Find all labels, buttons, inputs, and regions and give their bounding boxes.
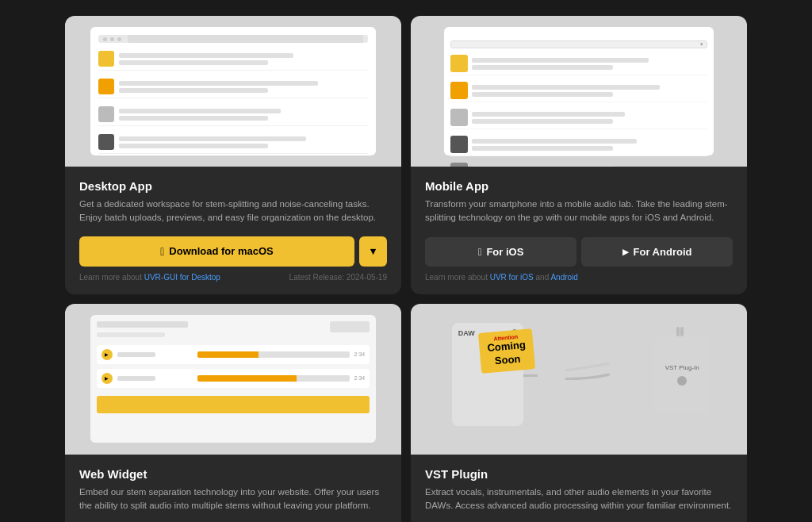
web-widget-desc: Embed our stem separation technology int… bbox=[79, 486, 387, 513]
desktop-app-footer: Learn more about UVR-GUI for Desktop Lat… bbox=[79, 273, 387, 282]
desktop-footer-left: Learn more about UVR-GUI for Desktop bbox=[79, 273, 220, 282]
mobile-app-content: Mobile App Transform your smartphone int… bbox=[411, 167, 747, 294]
mobile-app-buttons:  For iOS ▶ For Android bbox=[425, 237, 733, 267]
coming-soon-text: ComingSoon bbox=[487, 339, 527, 369]
vst-plugin-desc: Extract vocals, instrumentals, and other… bbox=[425, 486, 733, 513]
mobile-app-desc: Transform your smartphone into a mobile … bbox=[425, 198, 733, 226]
desktop-app-title: Desktop App bbox=[79, 179, 387, 193]
download-macos-label: Download for macOS bbox=[169, 245, 273, 257]
vst-plugin-title: VST Plugin bbox=[425, 467, 733, 481]
ios-label: For iOS bbox=[486, 246, 523, 258]
ios-button[interactable]:  For iOS bbox=[425, 237, 576, 267]
web-widget-title: Web Widget bbox=[79, 467, 387, 481]
desktop-app-preview bbox=[65, 16, 401, 167]
android-label: For Android bbox=[634, 246, 692, 258]
desktop-app-buttons:  Download for macOS ▾ bbox=[79, 236, 387, 267]
mobile-app-title: Mobile App bbox=[425, 179, 733, 193]
web-widget-preview: ▶ 2:34 ▶ 2:34 bbox=[65, 304, 401, 455]
mobile-app-footer: Learn more about UVR for iOS and Android bbox=[425, 273, 733, 282]
vst-plugin-preview: DAW Attention ComingSoon bbox=[411, 304, 747, 455]
vst-mockup: DAW Attention ComingSoon bbox=[436, 311, 722, 447]
desktop-app-card: Desktop App Get a dedicated workspace fo… bbox=[65, 16, 401, 294]
ios-icon:  bbox=[478, 246, 482, 258]
web-widget-card: ▶ 2:34 ▶ 2:34 Web W bbox=[65, 304, 401, 523]
mobile-footer-text: Learn more about UVR for iOS and Android bbox=[425, 273, 578, 282]
desktop-learn-more-link[interactable]: UVR-GUI for Desktop bbox=[144, 273, 220, 282]
ios-learn-more-link[interactable]: UVR for iOS bbox=[490, 273, 534, 282]
web-widget-content: Web Widget Embed our stem separation tec… bbox=[65, 455, 401, 523]
android-learn-more-link[interactable]: Android bbox=[550, 273, 577, 282]
desktop-app-desc: Get a dedicated workspace for stem-split… bbox=[79, 198, 387, 225]
download-macos-button[interactable]:  Download for macOS bbox=[79, 236, 354, 267]
desktop-app-content: Desktop App Get a dedicated workspace fo… bbox=[65, 167, 401, 294]
desktop-mockup bbox=[90, 27, 376, 155]
vst-plugin-content: VST Plugin Extract vocals, instrumentals… bbox=[411, 455, 747, 523]
mobile-app-card: ▾ bbox=[411, 16, 747, 294]
android-button[interactable]: ▶ For Android bbox=[581, 237, 733, 267]
android-icon: ▶ bbox=[622, 248, 629, 256]
apple-icon:  bbox=[160, 245, 164, 258]
widget-mockup: ▶ 2:34 ▶ 2:34 bbox=[90, 315, 376, 443]
vst-plugin-card: DAW Attention ComingSoon bbox=[411, 304, 747, 523]
main-grid: Desktop App Get a dedicated workspace fo… bbox=[65, 16, 747, 522]
mobile-app-preview: ▾ bbox=[411, 16, 747, 167]
mobile-mockup: ▾ bbox=[444, 27, 713, 155]
desktop-release-date: Latest Release: 2024-05-19 bbox=[289, 273, 387, 282]
download-dropdown-button[interactable]: ▾ bbox=[359, 236, 387, 267]
